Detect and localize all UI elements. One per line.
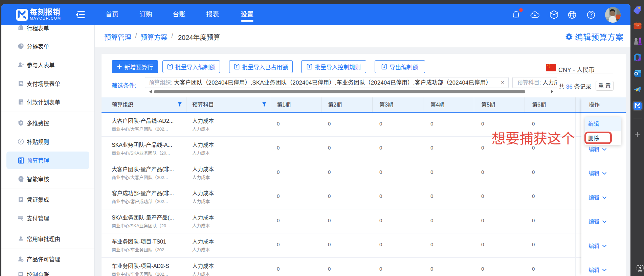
svg-text:AI: AI: [20, 177, 22, 179]
